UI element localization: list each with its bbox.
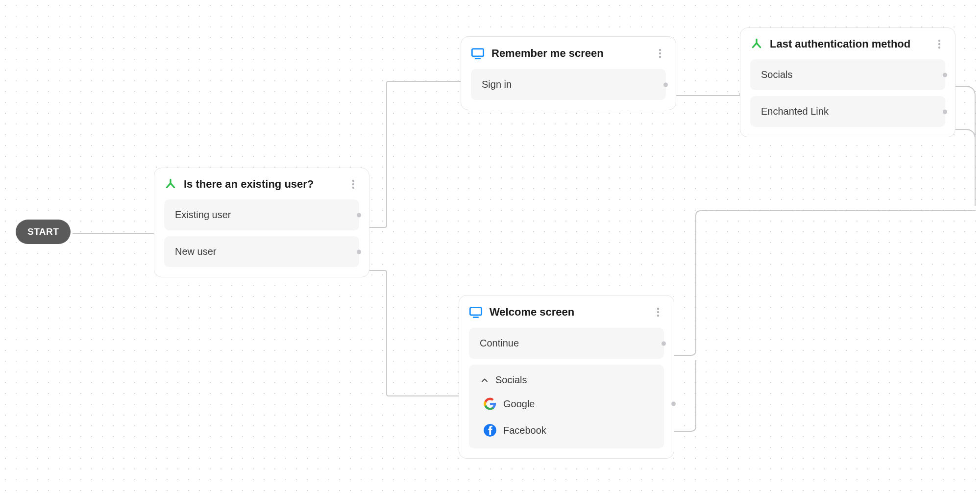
svg-rect-11 <box>470 308 481 315</box>
option-new-user[interactable]: New user <box>164 236 359 267</box>
option-existing-user[interactable]: Existing user <box>164 199 359 230</box>
social-google[interactable]: Google <box>469 391 664 417</box>
option-label: Continue <box>480 338 519 348</box>
branch-icon <box>164 178 177 191</box>
screen-icon <box>471 47 485 60</box>
output-port[interactable] <box>663 82 668 87</box>
svg-point-7 <box>659 56 661 58</box>
more-vertical-icon <box>659 49 662 58</box>
svg-point-5 <box>659 49 661 51</box>
screen-icon <box>469 305 483 319</box>
node-existing-user-check[interactable]: Is there an existing user? Existing user… <box>154 168 369 277</box>
social-label: Facebook <box>503 425 546 436</box>
svg-point-8 <box>938 40 940 42</box>
more-menu-button[interactable] <box>652 306 664 318</box>
output-port[interactable] <box>943 109 947 114</box>
more-menu-button[interactable] <box>347 178 359 190</box>
svg-point-14 <box>657 311 659 313</box>
chevron-up-icon <box>480 375 490 385</box>
node-header: Remember me screen <box>471 47 666 60</box>
output-port[interactable] <box>671 402 676 406</box>
option-continue[interactable]: Continue <box>469 328 664 359</box>
svg-point-6 <box>659 52 661 54</box>
option-label: Enchanted Link <box>761 106 829 117</box>
more-menu-button[interactable] <box>654 48 666 59</box>
google-icon <box>484 397 496 410</box>
option-label: Existing user <box>175 209 231 220</box>
node-header: Welcome screen <box>469 305 664 319</box>
more-vertical-icon <box>657 307 660 317</box>
socials-group-label: Socials <box>495 374 527 386</box>
start-node[interactable]: START <box>16 220 71 244</box>
svg-point-9 <box>938 43 940 45</box>
option-enchanted-link[interactable]: Enchanted Link <box>750 96 945 127</box>
node-remember-me[interactable]: Remember me screen Sign in <box>461 36 676 110</box>
more-menu-button[interactable] <box>933 38 945 50</box>
output-port[interactable] <box>357 213 361 217</box>
svg-point-13 <box>657 308 659 310</box>
node-last-auth[interactable]: Last authentication method Socials Encha… <box>740 27 956 137</box>
option-socials[interactable]: Socials <box>750 59 945 90</box>
social-facebook[interactable]: Facebook <box>469 417 664 444</box>
node-title: Remember me screen <box>491 47 647 60</box>
svg-point-10 <box>938 47 940 49</box>
socials-group: Socials Google Facebook <box>469 365 664 448</box>
node-welcome[interactable]: Welcome screen Continue Socials Google <box>459 295 674 459</box>
branch-icon <box>750 38 763 50</box>
facebook-icon <box>484 424 496 437</box>
node-title: Last authentication method <box>770 38 927 50</box>
node-title: Is there an existing user? <box>184 178 341 191</box>
socials-group-header[interactable]: Socials <box>469 370 664 391</box>
output-port[interactable] <box>943 73 947 77</box>
svg-point-2 <box>352 187 354 189</box>
option-label: Sign in <box>482 79 512 90</box>
node-title: Welcome screen <box>490 306 645 319</box>
svg-rect-3 <box>472 49 483 56</box>
more-vertical-icon <box>352 179 355 189</box>
option-label: Socials <box>761 69 792 80</box>
option-label: New user <box>175 246 216 257</box>
svg-point-15 <box>657 315 659 317</box>
more-vertical-icon <box>938 39 941 49</box>
output-port[interactable] <box>357 249 361 254</box>
option-sign-in[interactable]: Sign in <box>471 69 666 100</box>
svg-point-1 <box>352 183 354 185</box>
social-label: Google <box>503 398 535 410</box>
node-header: Is there an existing user? <box>164 178 359 191</box>
node-header: Last authentication method <box>750 38 945 50</box>
output-port[interactable] <box>662 341 666 345</box>
svg-point-0 <box>352 180 354 182</box>
start-label: START <box>27 226 59 237</box>
